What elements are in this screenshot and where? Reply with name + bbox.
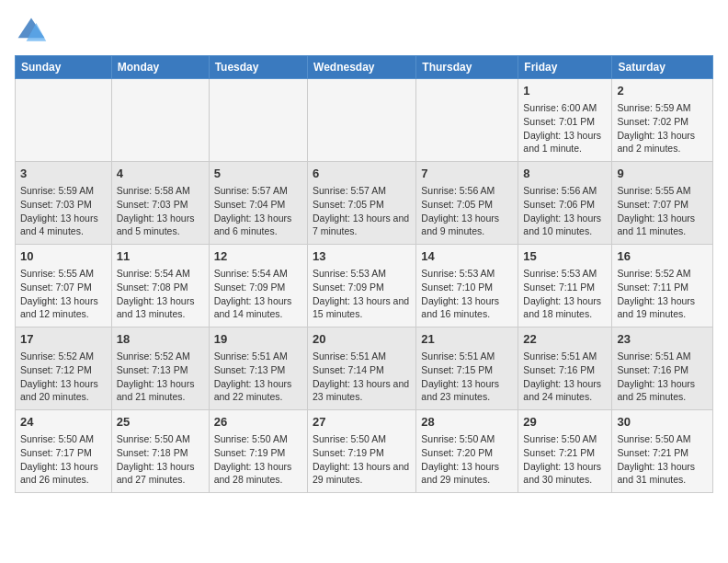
day-info: Sunrise: 5:52 AM — [617, 268, 690, 279]
day-info: Sunrise: 5:57 AM — [313, 185, 386, 196]
day-number: 3 — [20, 166, 107, 182]
day-info: Daylight: 13 hours and 23 minutes. — [313, 378, 409, 403]
day-number: 4 — [117, 166, 204, 182]
day-info: Sunset: 7:21 PM — [617, 447, 688, 458]
day-info: Sunset: 7:01 PM — [523, 116, 595, 127]
calendar-cell: 18Sunrise: 5:52 AMSunset: 7:13 PMDayligh… — [111, 327, 209, 410]
calendar-cell: 25Sunrise: 5:50 AMSunset: 7:18 PMDayligh… — [111, 410, 209, 493]
calendar-cell — [111, 79, 209, 162]
calendar-cell: 21Sunrise: 5:51 AMSunset: 7:15 PMDayligh… — [416, 327, 518, 410]
calendar-cell: 19Sunrise: 5:51 AMSunset: 7:13 PMDayligh… — [209, 327, 307, 410]
day-info: Sunrise: 5:52 AM — [20, 350, 94, 362]
day-info: Sunset: 7:19 PM — [313, 447, 384, 458]
day-number: 21 — [421, 331, 513, 348]
col-header-friday: Friday — [518, 56, 612, 79]
col-header-monday: Monday — [111, 56, 209, 79]
day-info: Sunset: 7:03 PM — [20, 199, 92, 210]
calendar-cell: 26Sunrise: 5:50 AMSunset: 7:19 PMDayligh… — [209, 410, 307, 493]
calendar-cell: 10Sunrise: 5:55 AMSunset: 7:07 PMDayligh… — [16, 245, 112, 327]
calendar-cell: 3Sunrise: 5:59 AMSunset: 7:03 PMDaylight… — [16, 162, 112, 245]
day-info: Sunrise: 5:50 AM — [421, 433, 495, 444]
calendar-table: SundayMondayTuesdayWednesdayThursdayFrid… — [15, 55, 713, 493]
day-info: Sunset: 7:16 PM — [617, 364, 688, 375]
day-info: Sunrise: 5:56 AM — [421, 185, 495, 196]
day-info: Daylight: 13 hours and 16 minutes. — [421, 295, 499, 320]
calendar-cell: 29Sunrise: 5:50 AMSunset: 7:21 PMDayligh… — [518, 410, 612, 493]
day-info: Sunset: 7:05 PM — [313, 199, 384, 210]
day-info: Sunset: 7:11 PM — [617, 282, 688, 293]
calendar-cell — [308, 79, 416, 162]
calendar-cell — [416, 79, 518, 162]
day-number: 5 — [214, 166, 302, 182]
day-info: Sunrise: 5:53 AM — [313, 268, 386, 279]
day-number: 19 — [214, 331, 302, 348]
day-info: Sunrise: 5:55 AM — [617, 185, 690, 196]
day-info: Sunset: 7:09 PM — [313, 282, 384, 293]
day-info: Sunrise: 5:51 AM — [313, 350, 386, 362]
day-info: Sunset: 7:11 PM — [523, 282, 595, 293]
day-number: 2 — [617, 83, 708, 99]
day-info: Sunset: 7:02 PM — [617, 116, 688, 127]
day-number: 15 — [523, 248, 607, 265]
day-number: 8 — [523, 166, 607, 182]
day-info: Sunset: 7:17 PM — [20, 447, 92, 458]
day-info: Sunset: 7:18 PM — [117, 447, 188, 458]
day-info: Sunrise: 5:50 AM — [617, 433, 690, 444]
calendar-cell: 7Sunrise: 5:56 AMSunset: 7:05 PMDaylight… — [416, 162, 518, 245]
calendar-cell: 9Sunrise: 5:55 AMSunset: 7:07 PMDaylight… — [612, 162, 713, 245]
day-number: 23 — [617, 331, 708, 348]
day-number: 24 — [20, 414, 107, 431]
col-header-thursday: Thursday — [416, 56, 518, 79]
day-info: Sunset: 7:21 PM — [523, 447, 595, 458]
day-info: Sunrise: 5:50 AM — [20, 433, 94, 444]
day-info: Sunset: 7:04 PM — [214, 199, 286, 210]
day-info: Sunrise: 5:51 AM — [214, 350, 288, 362]
day-number: 6 — [313, 166, 411, 182]
day-info: Sunrise: 5:50 AM — [117, 433, 190, 444]
calendar-cell: 5Sunrise: 5:57 AMSunset: 7:04 PMDaylight… — [209, 162, 307, 245]
day-info: Daylight: 13 hours and 7 minutes. — [313, 213, 409, 237]
day-number: 22 — [523, 331, 607, 348]
day-info: Sunset: 7:08 PM — [117, 282, 188, 293]
day-info: Daylight: 13 hours and 5 minutes. — [117, 213, 195, 237]
day-info: Sunrise: 5:55 AM — [20, 268, 94, 279]
day-info: Daylight: 13 hours and 10 minutes. — [523, 213, 601, 237]
col-header-saturday: Saturday — [612, 56, 713, 79]
day-info: Sunset: 7:12 PM — [20, 364, 92, 375]
day-info: Daylight: 13 hours and 18 minutes. — [523, 295, 601, 320]
day-info: Daylight: 13 hours and 12 minutes. — [20, 295, 98, 320]
calendar-cell: 20Sunrise: 5:51 AMSunset: 7:14 PMDayligh… — [308, 327, 416, 410]
day-info: Daylight: 13 hours and 22 minutes. — [214, 378, 292, 403]
day-info: Sunrise: 5:52 AM — [117, 350, 190, 362]
day-info: Sunrise: 5:50 AM — [214, 433, 288, 444]
day-info: Sunset: 7:09 PM — [214, 282, 286, 293]
day-info: Sunset: 7:13 PM — [214, 364, 286, 375]
week-row-4: 17Sunrise: 5:52 AMSunset: 7:12 PMDayligh… — [16, 327, 713, 410]
day-info: Daylight: 13 hours and 9 minutes. — [421, 213, 499, 237]
day-number: 30 — [617, 414, 708, 431]
calendar-cell: 8Sunrise: 5:56 AMSunset: 7:06 PMDaylight… — [518, 162, 612, 245]
calendar-cell: 1Sunrise: 6:00 AMSunset: 7:01 PMDaylight… — [518, 79, 612, 162]
day-info: Sunset: 7:15 PM — [421, 364, 493, 375]
day-info: Daylight: 13 hours and 30 minutes. — [523, 461, 601, 486]
calendar-cell: 28Sunrise: 5:50 AMSunset: 7:20 PMDayligh… — [416, 410, 518, 493]
day-info: Sunset: 7:10 PM — [421, 282, 493, 293]
day-info: Sunset: 7:14 PM — [313, 364, 384, 375]
day-info: Sunrise: 5:53 AM — [523, 268, 597, 279]
day-info: Sunset: 7:20 PM — [421, 447, 493, 458]
calendar-cell: 30Sunrise: 5:50 AMSunset: 7:21 PMDayligh… — [612, 410, 713, 493]
day-number: 18 — [117, 331, 204, 348]
col-header-tuesday: Tuesday — [209, 56, 307, 79]
calendar-cell: 14Sunrise: 5:53 AMSunset: 7:10 PMDayligh… — [416, 245, 518, 327]
calendar-cell: 27Sunrise: 5:50 AMSunset: 7:19 PMDayligh… — [308, 410, 416, 493]
day-info: Sunrise: 6:00 AM — [523, 102, 597, 113]
calendar-cell: 2Sunrise: 5:59 AMSunset: 7:02 PMDaylight… — [612, 79, 713, 162]
day-info: Sunset: 7:06 PM — [523, 199, 595, 210]
day-number: 20 — [313, 331, 411, 348]
day-number: 11 — [117, 248, 204, 265]
day-number: 25 — [117, 414, 204, 431]
day-info: Daylight: 13 hours and 29 minutes. — [313, 461, 409, 486]
day-number: 27 — [313, 414, 411, 431]
day-number: 9 — [617, 166, 708, 182]
calendar-cell: 23Sunrise: 5:51 AMSunset: 7:16 PMDayligh… — [612, 327, 713, 410]
